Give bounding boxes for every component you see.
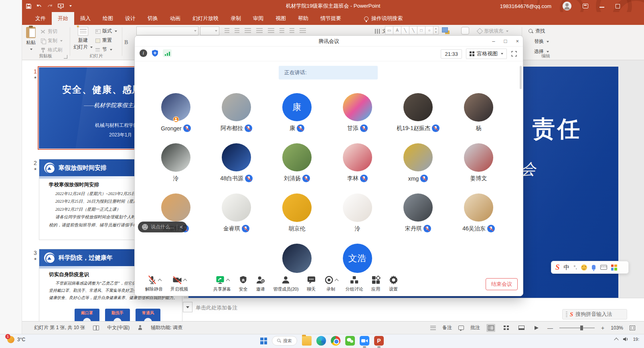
zoom-out-button[interactable]: —	[547, 325, 553, 331]
participant-tile[interactable]: 金睿琪	[206, 193, 267, 232]
chevron-up-icon[interactable]	[334, 279, 338, 283]
edge-browser-icon[interactable]	[316, 336, 326, 346]
participant-tile[interactable]: 刘清扬	[267, 143, 327, 182]
participant-tile[interactable]: 李林	[327, 143, 388, 182]
ribbon-tab-2[interactable]: 插入	[74, 12, 97, 25]
reading-view-button[interactable]	[517, 324, 526, 332]
ribbon-tab-6[interactable]: 动画	[164, 12, 186, 25]
section-button[interactable]: 节	[95, 46, 117, 53]
format-painter-button[interactable]: 格式刷	[41, 47, 63, 53]
ribbon-display-options-icon[interactable]	[583, 4, 588, 8]
meeting-maximize-icon[interactable]: □	[504, 38, 507, 44]
restore-icon[interactable]	[616, 4, 620, 8]
sogou-logo-icon[interactable]: S	[555, 263, 560, 272]
grid-view-button[interactable]: 宫格视图	[466, 49, 507, 59]
volume-icon[interactable]	[623, 337, 628, 342]
security-button[interactable]: 安全	[239, 274, 248, 292]
unmute-button[interactable]: 解除静音	[145, 274, 163, 292]
chat-button[interactable]: 聊天	[306, 274, 316, 292]
emoji-picker-icon[interactable]	[581, 265, 587, 271]
copy-button[interactable]: 复制	[41, 37, 63, 44]
start-video-button[interactable]: 开启视频	[170, 274, 188, 292]
normal-view-button[interactable]	[486, 324, 495, 332]
clipboard-dialog-launcher[interactable]	[64, 55, 67, 59]
ribbon-tab-8[interactable]: 录制	[225, 12, 247, 25]
tencent-meeting-taskbar-icon[interactable]	[360, 336, 369, 346]
ribbon-tab-1[interactable]: 开始	[52, 12, 74, 25]
ribbon-tab-5[interactable]: 切换	[142, 12, 164, 25]
breakout-rooms-button[interactable]: 分组讨论	[346, 274, 363, 292]
participant-tile[interactable]: Gronger	[146, 93, 206, 132]
language-indicator[interactable]: 中文(中国)	[107, 324, 130, 331]
collapse-chat-icon[interactable]: <	[180, 224, 183, 230]
ribbon-tab-7[interactable]: 幻灯片放映	[186, 12, 225, 25]
participant-tile[interactable]: 泠	[327, 193, 388, 232]
shapes-gallery-scroll[interactable]: ▲▼	[433, 26, 439, 35]
voice-input-icon[interactable]	[592, 265, 595, 270]
participant-tile[interactable]: 胡京伦	[267, 193, 327, 232]
account-email[interactable]: 1983164676@qq.com	[500, 3, 551, 9]
meeting-security-shield-icon[interactable]	[151, 49, 159, 57]
start-button[interactable]	[260, 338, 267, 344]
powerpoint-taskbar-icon[interactable]: P	[374, 336, 384, 346]
ribbon-tab-10[interactable]: 视图	[269, 12, 292, 25]
font-size-select[interactable]	[200, 26, 219, 35]
tell-me-search[interactable]: 操作说明搜索	[364, 12, 403, 25]
zoom-slider[interactable]	[559, 328, 595, 328]
meeting-minimize-icon[interactable]: –	[492, 38, 495, 44]
quick-styles-icon[interactable]	[461, 27, 469, 35]
paste-button[interactable]: 粘贴	[23, 27, 39, 52]
participant-tile[interactable]: xmg	[388, 143, 448, 182]
ribbon-tab-3[interactable]: 绘图	[97, 12, 119, 25]
ime-toolbox-icon[interactable]	[611, 265, 617, 271]
new-slide-button[interactable]: 新建幻灯片	[73, 27, 93, 51]
participant-tile[interactable]: 康康	[267, 93, 327, 132]
zoom-slider-thumb[interactable]	[580, 326, 583, 330]
participant-tile[interactable]: 杨	[448, 93, 509, 132]
shape-fill-button[interactable]: 形状填充	[478, 28, 508, 35]
arrange-icon[interactable]	[442, 27, 450, 35]
record-button[interactable]: 录制	[324, 274, 338, 292]
manage-members-button[interactable]: 管理成员(20)	[273, 274, 299, 292]
participant-tile[interactable]: 48白书源	[206, 143, 267, 182]
ribbon-tab-11[interactable]: 帮助	[292, 12, 314, 25]
ribbon-tab-0[interactable]: 文件	[29, 12, 52, 25]
participant-tile[interactable]: 姜博文	[448, 143, 509, 182]
ime-status-pill[interactable]: S 搜狗拼音输入法	[562, 309, 627, 320]
minimize-icon[interactable]	[599, 7, 604, 8]
comments-toggle[interactable]: 批注	[470, 324, 480, 331]
fit-to-window-icon[interactable]	[630, 326, 635, 330]
chat-placeholder[interactable]: 说点什么...	[151, 224, 174, 230]
apps-button[interactable]: 应用	[371, 274, 381, 292]
participant-tile[interactable]: 甘添	[327, 93, 388, 132]
invite-button[interactable]: 邀请	[255, 274, 265, 292]
meeting-info-icon[interactable]: i	[140, 49, 147, 57]
scroll-down-button[interactable]	[183, 302, 192, 312]
drag-handle[interactable]	[566, 311, 567, 317]
file-explorer-icon[interactable]	[302, 336, 312, 346]
zoom-level[interactable]: 103%	[611, 325, 623, 331]
zoom-in-button[interactable]: +	[601, 325, 604, 331]
chrome-browser-icon[interactable]	[331, 336, 340, 346]
meeting-scrollbar[interactable]	[520, 66, 522, 89]
participant-tile[interactable]: 泠	[146, 143, 206, 182]
reset-button[interactable]: 重置	[95, 37, 117, 44]
emoji-icon[interactable]	[142, 224, 148, 230]
replace-button[interactable]: 替换	[534, 38, 549, 45]
account-avatar[interactable]	[563, 2, 571, 10]
participant-tile[interactable]: 46吴治东	[448, 193, 509, 232]
taskbar-search[interactable]: 搜索	[272, 336, 297, 346]
ime-mode-chinese[interactable]: 中	[564, 264, 570, 271]
chevron-up-icon[interactable]	[226, 279, 230, 283]
participant-tile[interactable]: 机19-1赵振杰	[388, 93, 448, 132]
tray-expand-icon[interactable]	[614, 338, 618, 342]
font-name-select[interactable]	[136, 26, 198, 35]
participant-tile[interactable]: 阿布都拉	[206, 93, 267, 132]
ribbon-tab-4[interactable]: 设计	[119, 12, 142, 25]
weather-widget[interactable]: 1 3°C	[7, 336, 25, 343]
fullscreen-icon[interactable]	[511, 51, 517, 57]
network-signal-icon[interactable]	[163, 49, 172, 57]
share-screen-button[interactable]: 共享屏幕	[213, 274, 231, 292]
ribbon-tab-9[interactable]: 审阅	[247, 12, 269, 25]
spellcheck-icon[interactable]	[93, 326, 99, 330]
